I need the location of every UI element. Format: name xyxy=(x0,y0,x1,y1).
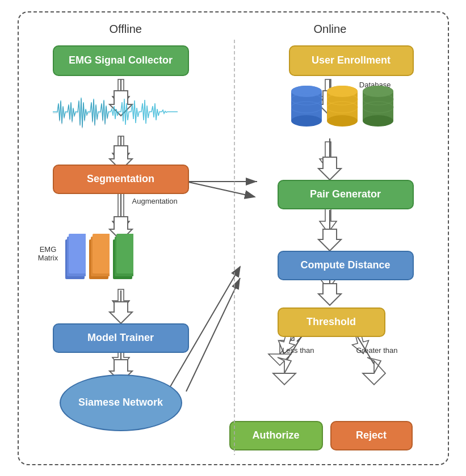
reject-box: Reject xyxy=(330,421,413,450)
svg-marker-19 xyxy=(318,229,341,251)
authorize-box: Authorize xyxy=(229,421,323,450)
db-yellow xyxy=(327,83,358,129)
arrow-db-to-pair xyxy=(320,142,337,170)
arrow-siamese-to-compute xyxy=(186,278,240,391)
stack-orange xyxy=(88,234,110,285)
offline-label: Offline xyxy=(110,23,142,36)
augmentation-label: Augmentation xyxy=(132,197,178,205)
arrow-matrix-to-trainer xyxy=(112,289,129,312)
database-cylinders xyxy=(291,83,394,129)
svg-marker-27 xyxy=(363,357,385,385)
svg-marker-21 xyxy=(318,284,341,305)
waveform-display xyxy=(53,92,178,132)
greater-than-label: Greater than xyxy=(356,346,398,355)
waveform-svg xyxy=(53,92,178,132)
user-enrollment-box: User Enrollment xyxy=(289,45,414,76)
svg-rect-36 xyxy=(93,234,110,273)
diagram-container: Offline Online xyxy=(18,11,449,465)
stack-green xyxy=(112,234,133,285)
emg-matrix-label: EMGMatrix xyxy=(35,245,62,262)
emg-collector-box: EMG Signal Collector xyxy=(53,45,189,76)
arrow-seg-to-aug xyxy=(112,193,129,233)
less-than-label: Less than xyxy=(282,346,314,355)
siamese-network-box: Siamese Network xyxy=(60,374,182,431)
svg-rect-33 xyxy=(69,234,86,273)
svg-rect-39 xyxy=(116,234,133,273)
matrix-group xyxy=(64,234,133,285)
arrow-wave-to-seg xyxy=(112,136,129,165)
svg-marker-17 xyxy=(318,157,341,180)
segmentation-box: Segmentation xyxy=(53,165,189,194)
stack-blue xyxy=(64,234,86,285)
svg-point-42 xyxy=(291,115,322,127)
db-green xyxy=(363,83,394,129)
online-label: Online xyxy=(314,23,347,36)
svg-point-54 xyxy=(363,115,393,127)
pair-generator-box: Pair Generator xyxy=(278,180,414,209)
svg-line-28 xyxy=(186,182,255,197)
threshold-box: Threshold xyxy=(278,307,385,337)
compute-distance-box: Compute Distance xyxy=(278,251,414,280)
svg-point-48 xyxy=(327,115,358,127)
db-blue xyxy=(291,83,322,129)
svg-marker-25 xyxy=(273,357,296,385)
model-trainer-box: Model Trainer xyxy=(53,323,189,353)
svg-marker-11 xyxy=(110,302,132,323)
